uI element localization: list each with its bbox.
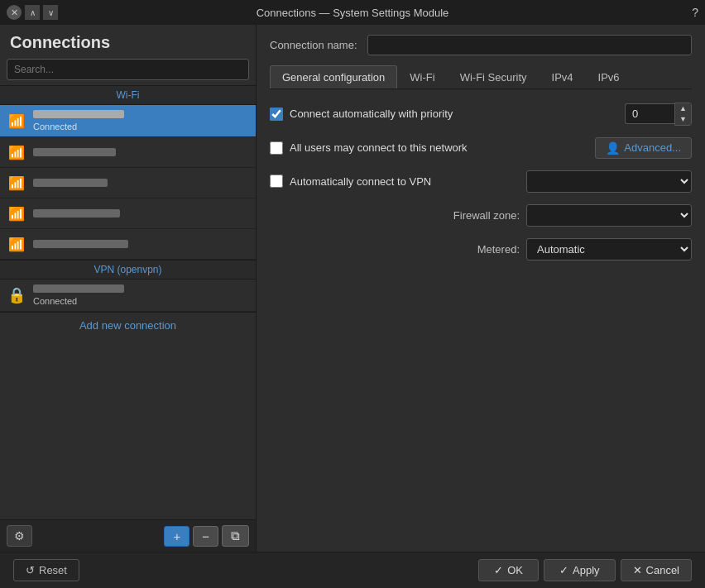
up-button[interactable]: ∧ [25,5,40,20]
priority-spinbox: ▲ ▼ [625,103,692,126]
remove-button[interactable]: − [193,526,218,547]
wifi-connection-item[interactable]: 📶 [0,229,256,260]
down-button[interactable]: ∨ [43,5,58,20]
conn-name-bar [33,179,108,187]
footer: ↺ Reset ✓ OK ✓ Apply ✕ Cancel [0,552,705,588]
apply-button[interactable]: ✓ Apply [544,559,616,581]
main-content: Connections Wi-Fi 📶 Connected 📶 [0,25,705,552]
spinbox-buttons: ▲ ▼ [674,103,692,126]
connection-info: Connected [33,284,124,306]
wifi-icon: 📶 [7,203,26,223]
lock-icon: 🔒 [7,285,26,305]
apply-label: Apply [573,564,600,576]
bottom-toolbar: ⚙ + − ⧉ [0,519,256,552]
tab-general[interactable]: General configuration [270,65,397,88]
auto-vpn-row: Automatically connect to VPN [270,170,692,193]
window-title: Connections — System Settings Module [257,7,449,19]
auto-vpn-label[interactable]: Automatically connect to VPN [270,174,520,188]
wifi-section-label: Wi-Fi [0,85,256,105]
vpn-connection-item[interactable]: 🔒 Connected [0,280,256,312]
advanced-label: Advanced... [624,141,681,154]
all-users-checkbox[interactable] [270,141,283,155]
vpn-conn-status: Connected [33,296,124,306]
vpn-section-label: VPN (openvpn) [0,260,256,280]
metered-select[interactable]: Automatic Yes No [526,238,692,261]
wifi-connection-item[interactable]: 📶 [0,198,256,229]
tab-wifi-security[interactable]: Wi-Fi Security [448,65,540,88]
conn-name-bar [33,209,120,218]
page-title: Connections [0,25,256,59]
auto-vpn-checkbox[interactable] [270,174,283,188]
connection-info: Connected [33,110,124,131]
general-config-area: Connect automatically with priority ▲ ▼ … [270,103,692,542]
reset-button[interactable]: ↺ Reset [13,559,79,581]
search-input[interactable] [7,59,249,80]
cancel-button[interactable]: ✕ Cancel [621,559,692,581]
firewall-zone-row: Firewall zone: [270,204,692,227]
tab-wifi[interactable]: Wi-Fi [397,65,447,88]
window-controls: ✕ ∧ ∨ [7,5,58,20]
add-new-connection-button[interactable]: Add new connection [0,312,256,338]
ok-label: OK [507,564,523,576]
ok-button[interactable]: ✓ OK [478,559,539,581]
add-button[interactable]: + [164,526,189,547]
copy-button[interactable]: ⧉ [222,525,249,547]
auto-vpn-text: Automatically connect to VPN [290,175,431,188]
vpn-dropdown[interactable] [526,170,692,193]
wifi-connection-item[interactable]: 📶 Connected [0,105,256,137]
auto-connect-text: Connect automatically with priority [290,108,453,120]
advanced-button[interactable]: 👤 Advanced... [595,137,692,159]
auto-connect-row: Connect automatically with priority ▲ ▼ [270,103,692,126]
connection-name-row: Connection name: [270,35,692,55]
wifi-connection-item[interactable]: 📶 [0,168,256,198]
tab-ipv6[interactable]: IPv6 [586,65,632,88]
settings-button[interactable]: ⚙ [7,525,32,547]
priority-input[interactable] [625,103,674,124]
apply-icon: ✓ [559,564,568,576]
wifi-icon: 📶 [7,173,26,193]
titlebar: ✕ ∧ ∨ Connections — System Settings Modu… [0,0,705,25]
tab-bar: General configuration Wi-Fi Wi-Fi Securi… [270,65,692,89]
connection-name-label: Connection name: [270,39,357,51]
all-users-label[interactable]: All users may connect to this network [270,141,588,155]
metered-row: Metered: Automatic Yes No [270,238,692,261]
tab-ipv4[interactable]: IPv4 [540,65,586,88]
spin-up-button[interactable]: ▲ [675,103,691,114]
advanced-icon: 👤 [606,141,620,155]
wifi-icon: 📶 [7,234,26,254]
firewall-zone-label: Firewall zone: [453,209,520,222]
spin-down-button[interactable]: ▼ [675,114,691,125]
all-users-text: All users may connect to this network [290,141,468,154]
reset-label: Reset [39,564,67,576]
cancel-icon: ✕ [633,564,642,576]
ok-icon: ✓ [494,564,503,576]
conn-status: Connected [33,122,124,131]
auto-connect-label[interactable]: Connect automatically with priority [270,108,618,121]
connection-list: Wi-Fi 📶 Connected 📶 📶 � [0,85,256,519]
conn-name-bar [33,110,124,118]
wifi-icon: 📶 [7,111,26,131]
conn-name-bar [33,284,124,293]
firewall-zone-select[interactable] [526,204,692,227]
conn-name-bar [33,240,128,248]
auto-connect-checkbox[interactable] [270,108,283,121]
all-users-row: All users may connect to this network 👤 … [270,137,692,159]
wifi-icon: 📶 [7,142,26,162]
reset-icon: ↺ [26,564,35,576]
help-button[interactable]: ? [692,6,698,19]
right-panel: Connection name: General configuration W… [257,25,705,552]
left-panel: Connections Wi-Fi 📶 Connected 📶 [0,25,257,552]
conn-name-bar [33,148,116,156]
cancel-label: Cancel [646,564,679,576]
metered-label: Metered: [477,243,520,256]
wifi-connection-item[interactable]: 📶 [0,137,256,168]
connection-name-input[interactable] [367,35,692,55]
close-button[interactable]: ✕ [7,5,22,20]
